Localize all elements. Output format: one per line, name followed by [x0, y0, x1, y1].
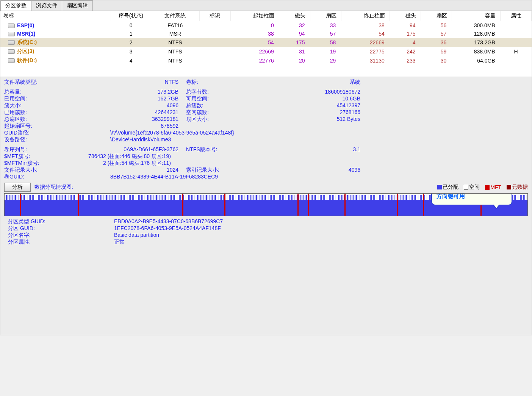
volume-icon: [8, 32, 15, 36]
mft-marker: [397, 194, 398, 216]
col-header[interactable]: 磁头: [390, 11, 421, 21]
mft-marker: [297, 194, 299, 216]
mft-marker: [20, 194, 21, 216]
tab-partition-params[interactable]: 分区参数: [0, 0, 31, 11]
mft-marker: [423, 194, 424, 216]
tab-bar: 分区参数 浏览文件 扇区编辑: [0, 0, 532, 11]
vol-label-label: 卷标:: [186, 79, 198, 86]
fs-type-label: 文件系统类型:: [4, 79, 38, 86]
col-header[interactable]: 属性: [501, 11, 532, 21]
mft-marker: [308, 194, 309, 216]
col-header[interactable]: 标识: [200, 11, 231, 21]
col-header[interactable]: 容量: [452, 11, 500, 21]
col-header[interactable]: 序号(状态): [111, 11, 151, 21]
table-row[interactable]: 软件(D:)4NTFS227762029311302333064.0GB: [0, 56, 532, 65]
mft-marker: [78, 194, 79, 216]
col-header[interactable]: 磁头: [279, 11, 310, 21]
table-row[interactable]: ESP(0)0FAT1603233389456300.0MB: [0, 21, 532, 30]
volume-name: ESP(0): [17, 22, 34, 28]
table-row[interactable]: MSR(1)1MSR3894575417557128.0MB: [0, 30, 532, 38]
volume-icon: [8, 58, 15, 63]
table-row[interactable]: 系统(C:)2NTFS541755822669436173.2GB: [0, 38, 532, 47]
col-header[interactable]: 扇区: [421, 11, 452, 21]
col-header[interactable]: 扇区: [310, 11, 341, 21]
col-header[interactable]: 起始柱面: [230, 11, 279, 21]
volume-name: 软件(D:): [17, 57, 37, 63]
chart-tooltip: 数据区(当前竖线): 起始簇号: 42470838 簇数目: 33051 已分配…: [431, 193, 512, 205]
col-header[interactable]: 终止柱面: [341, 11, 390, 21]
volume-icon: [8, 49, 15, 54]
mft-marker: [224, 194, 225, 216]
allocation-chart-label: 数据分配情况图:: [34, 184, 73, 191]
chart-legend: 已分配 空闲 MFT 元数据: [437, 184, 528, 191]
volume-name: MSR(1): [17, 31, 35, 37]
fs-type-value: NTFS: [38, 79, 186, 86]
vol-label-value: 系统: [198, 79, 368, 86]
analyze-button[interactable]: 分析: [4, 183, 31, 192]
mft-marker: [182, 194, 183, 216]
col-header[interactable]: 卷标: [0, 11, 111, 21]
partition-table[interactable]: 卷标序号(状态)文件系统标识起始柱面磁头扇区终止柱面磁头扇区容量属性 ESP(0…: [0, 11, 532, 65]
tab-browse-files[interactable]: 浏览文件: [31, 0, 62, 11]
tab-sector-edit[interactable]: 扇区编辑: [62, 0, 93, 11]
volume-icon: [8, 23, 15, 28]
allocation-chart[interactable]: 数据区(当前竖线): 起始簇号: 42470838 簇数目: 33051 已分配…: [4, 193, 528, 216]
partition-guid-footer: 分区类型 GUID:EBD0A0A2-B9E5-4433-87C0-68B6B7…: [4, 216, 528, 248]
mft-marker: [344, 194, 346, 216]
volume-icon: [8, 40, 15, 45]
details-panel: 文件系统类型:NTFS 卷标:系统 总容量:173.2GB 总字节数:18600…: [0, 77, 532, 335]
volume-name: 分区(3): [17, 48, 34, 54]
col-header[interactable]: 文件系统: [151, 11, 199, 21]
table-row[interactable]: 分区(3)3NTFS2266931192277524259838.0MBH: [0, 47, 532, 56]
volume-name: 系统(C:): [17, 39, 37, 45]
